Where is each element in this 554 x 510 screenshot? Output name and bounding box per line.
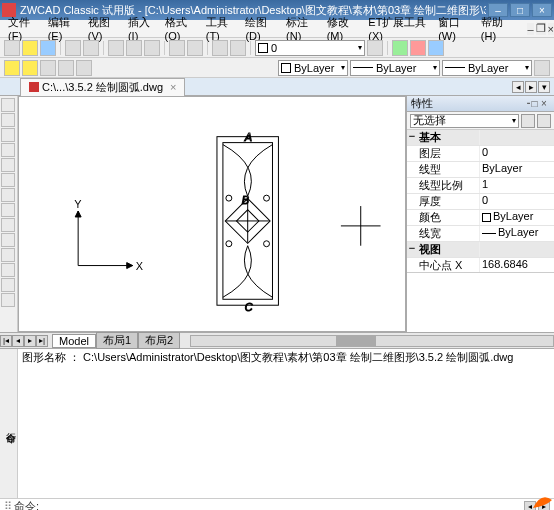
save-icon[interactable] [40, 40, 56, 56]
sel-quick-icon[interactable] [537, 114, 551, 128]
new-icon[interactable] [4, 40, 20, 56]
selection-combo[interactable]: 无选择▾ [410, 114, 519, 128]
menu-format[interactable]: 格式(O) [161, 15, 200, 42]
last-layout-icon[interactable]: ▸| [36, 335, 48, 347]
command-input[interactable] [41, 501, 522, 510]
doc-restore-button[interactable]: ❐ [536, 22, 546, 35]
open-icon[interactable] [22, 40, 38, 56]
doc-minimize-button[interactable]: – [527, 23, 533, 35]
menu-help[interactable]: 帮助(H) [477, 15, 516, 42]
tab-model[interactable]: Model [52, 334, 96, 348]
menu-tools[interactable]: 工具(T) [202, 15, 240, 42]
hatch-icon[interactable] [1, 218, 15, 232]
tool-a-icon[interactable] [392, 40, 408, 56]
draw-toolbar [0, 96, 18, 332]
separator [164, 41, 165, 55]
menu-draw[interactable]: 绘图(D) [241, 15, 280, 42]
pan-icon[interactable] [230, 40, 246, 56]
menu-edit[interactable]: 编辑(E) [44, 15, 82, 42]
print-icon[interactable] [65, 40, 81, 56]
group-basic[interactable]: 基本 [417, 130, 479, 145]
menu-insert[interactable]: 插入(I) [124, 15, 159, 42]
bulb-icon[interactable] [22, 60, 38, 76]
svg-text:A: A [244, 131, 252, 143]
menu-window[interactable]: 窗口(W) [434, 15, 475, 42]
table-icon[interactable] [1, 293, 15, 307]
prop-thickness[interactable]: 0 [479, 194, 554, 209]
command-prompt: 命令: [14, 499, 39, 510]
layer-mgr-icon[interactable] [367, 40, 383, 56]
preview-icon[interactable] [83, 40, 99, 56]
circle-icon[interactable] [1, 128, 15, 142]
prop-center-x[interactable]: 168.6846 [479, 258, 554, 272]
doc-close-button[interactable]: × [548, 23, 554, 35]
layer-combo[interactable]: 0▾ [255, 40, 365, 56]
close-tab-icon[interactable]: × [170, 81, 176, 93]
polyline-icon[interactable] [1, 113, 15, 127]
work-area: X Y A [0, 96, 554, 332]
prop-linetype[interactable]: ByLayer [479, 162, 554, 177]
redo-icon[interactable] [187, 40, 203, 56]
command-history[interactable]: 图形名称 ： C:\Users\Administrator\Desktop\图文… [18, 349, 554, 498]
spline-icon[interactable] [1, 203, 15, 217]
linetype-combo[interactable]: ByLayer▾ [350, 60, 440, 76]
prev-layout-icon[interactable]: ◂ [12, 335, 24, 347]
document-tab-active[interactable]: C:\...\3.5.2 绘制圆弧.dwg × [20, 78, 185, 96]
text-icon[interactable] [1, 233, 15, 247]
close-button[interactable]: × [532, 3, 552, 17]
tool-f-icon[interactable] [76, 60, 92, 76]
color-combo[interactable]: ByLayer▾ [278, 60, 348, 76]
svg-point-6 [264, 195, 270, 201]
rect-icon[interactable] [1, 158, 15, 172]
light-icon[interactable] [4, 60, 20, 76]
group-view[interactable]: 视图 [417, 242, 479, 257]
command-line: ⠿ 命令: ◂ ▸ [0, 498, 554, 510]
prop-ltscale[interactable]: 1 [479, 178, 554, 193]
scroll-left-icon[interactable]: ◂ [512, 81, 524, 93]
hscrollbar[interactable] [190, 335, 554, 347]
tab-layout2[interactable]: 布局2 [138, 332, 180, 349]
tool-e-icon[interactable] [58, 60, 74, 76]
region-icon[interactable] [1, 278, 15, 292]
svg-point-5 [226, 195, 232, 201]
menu-file[interactable]: 文件(F) [4, 15, 42, 42]
point-icon[interactable] [1, 248, 15, 262]
copy-icon[interactable] [126, 40, 142, 56]
separator [250, 41, 251, 55]
svg-point-8 [264, 241, 270, 247]
properties-grid: −基本 图层0 线型ByLayer 线型比例1 厚度0 颜色ByLayer 线宽… [407, 130, 554, 272]
sel-filter-icon[interactable] [521, 114, 535, 128]
tool-c-icon[interactable] [428, 40, 444, 56]
zoom-icon[interactable] [212, 40, 228, 56]
block-icon[interactable] [1, 263, 15, 277]
polygon-icon[interactable] [1, 173, 15, 187]
properties-header[interactable]: 特性 ⁃□ × [407, 96, 554, 112]
drawing-canvas[interactable]: X Y A [18, 96, 406, 332]
first-layout-icon[interactable]: |◂ [0, 335, 12, 347]
menu-et[interactable]: ET扩展工具(X) [364, 15, 432, 42]
tool-g-icon[interactable] [534, 60, 550, 76]
scroll-right-icon[interactable]: ▸ [525, 81, 537, 93]
paste-icon[interactable] [144, 40, 160, 56]
tab-menu-icon[interactable]: ▾ [538, 81, 550, 93]
arc-icon[interactable] [1, 143, 15, 157]
menu-dimension[interactable]: 标注(N) [282, 15, 321, 42]
lineweight-combo[interactable]: ByLayer▾ [442, 60, 532, 76]
cut-icon[interactable] [108, 40, 124, 56]
tool-d-icon[interactable] [40, 60, 56, 76]
pin-icon[interactable]: ⁃□ [526, 98, 538, 110]
prop-layer[interactable]: 0 [479, 146, 554, 161]
undo-icon[interactable] [169, 40, 185, 56]
tool-b-icon[interactable] [410, 40, 426, 56]
prop-color[interactable]: ByLayer [479, 210, 554, 225]
ellipse-icon[interactable] [1, 188, 15, 202]
next-layout-icon[interactable]: ▸ [24, 335, 36, 347]
panel-close-icon[interactable]: × [538, 98, 550, 110]
tab-layout1[interactable]: 布局1 [96, 332, 138, 349]
menu-modify[interactable]: 修改(M) [323, 15, 363, 42]
properties-panel: 特性 ⁃□ × 无选择▾ −基本 图层0 线型ByLayer 线型比例1 厚度0… [406, 96, 554, 332]
menu-view[interactable]: 视图(V) [84, 15, 122, 42]
prop-lineweight[interactable]: ByLayer [479, 226, 554, 241]
cmd-handle-icon[interactable]: ⠿ [4, 500, 12, 510]
line-icon[interactable] [1, 98, 15, 112]
